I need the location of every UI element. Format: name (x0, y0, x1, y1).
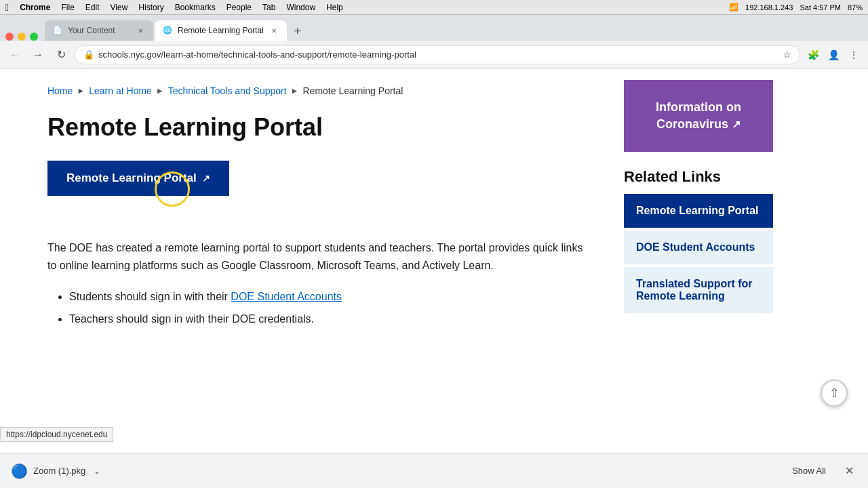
breadcrumb-home[interactable]: Home (47, 85, 73, 96)
bullet-1-text: Students should sign in with their (69, 291, 231, 302)
breadcrumb-sep-1: ► (77, 86, 85, 96)
star-icon[interactable]: ☆ (783, 49, 791, 60)
ip-address: 192.168.1.243 (745, 3, 793, 12)
tab-favicon-2: 🌐 (163, 26, 172, 35)
menu-window[interactable]: Window (286, 3, 315, 12)
extensions-icon[interactable]: 🧩 (804, 46, 822, 64)
toolbar: ← → ↻ 🔒 schools.nyc.gov/learn-at-home/te… (0, 41, 868, 69)
menu-chrome[interactable]: Chrome (20, 3, 50, 12)
tab-your-content[interactable]: 📄 Your Content ✕ (45, 20, 153, 41)
tab-close-2[interactable]: ✕ (269, 26, 279, 35)
bullet-item-2: Teachers should sign in with their DOE c… (69, 310, 583, 329)
tab-favicon-1: 📄 (53, 26, 62, 35)
bullet-list: Students should sign in with their DOE S… (69, 287, 583, 329)
info-box-coronavirus[interactable]: Information on Coronavirus ↗ (624, 80, 773, 152)
traffic-lights (5, 33, 38, 41)
breadcrumb: Home ► Learn at Home ► Technical Tools a… (47, 85, 583, 96)
menu-people[interactable]: People (226, 3, 252, 12)
menu-file[interactable]: File (61, 3, 74, 12)
tab-close-1[interactable]: ✕ (136, 26, 145, 35)
menu-edit[interactable]: Edit (85, 3, 100, 12)
back-button[interactable]: ← (5, 45, 24, 64)
related-links-section: Related Links Remote Learning Portal DOE… (624, 168, 773, 313)
profile-icon[interactable]: 👤 (825, 46, 842, 64)
doe-student-accounts-link[interactable]: DOE Student Accounts (231, 291, 342, 302)
chrome-window: 📄 Your Content ✕ 🌐 Remote Learning Porta… (0, 15, 868, 449)
portal-button[interactable]: Remote Learning Portal ↗ (47, 161, 229, 196)
toolbar-right: 🧩 👤 ⋮ (804, 46, 863, 64)
minimize-window-button[interactable] (18, 33, 26, 41)
bullet-item-1: Students should sign in with their DOE S… (69, 287, 583, 307)
tab-label-2: Remote Learning Portal (178, 26, 264, 35)
lock-icon: 🔒 (83, 49, 94, 60)
portal-button-label: Remote Learning Portal (66, 171, 197, 185)
clock: 87% (848, 3, 863, 12)
breadcrumb-technical-tools[interactable]: Technical Tools and Support (168, 85, 287, 96)
main-content: Home ► Learn at Home ► Technical Tools a… (0, 69, 610, 449)
menu-history[interactable]: History (138, 3, 163, 12)
external-link-icon: ↗ (202, 173, 210, 184)
breadcrumb-sep-2: ► (156, 86, 164, 96)
url-text: schools.nyc.gov/learn-at-home/technical-… (98, 49, 779, 60)
info-box-external-icon: ↗ (732, 119, 741, 130)
menu-bookmarks[interactable]: Bookmarks (175, 3, 216, 12)
menu-view[interactable]: View (111, 3, 128, 12)
close-window-button[interactable] (5, 33, 14, 41)
page-title: Remote Learning Portal (47, 113, 583, 142)
menu-icon[interactable]: ⋮ (845, 46, 863, 64)
tab-label-1: Your Content (68, 26, 115, 35)
apple-menu[interactable]:  (5, 2, 9, 13)
breadcrumb-learn-at-home[interactable]: Learn at Home (89, 85, 152, 96)
related-links-title: Related Links (624, 168, 773, 186)
info-box-text: Information on Coronavirus (656, 100, 741, 131)
related-link-doe-accounts[interactable]: DOE Student Accounts (624, 230, 773, 264)
menu-tab[interactable]: Tab (262, 3, 275, 12)
new-tab-button[interactable]: + (288, 22, 307, 41)
maximize-window-button[interactable] (30, 33, 38, 41)
refresh-button[interactable]: ↻ (52, 45, 71, 64)
menu-help[interactable]: Help (326, 3, 343, 12)
body-text: The DOE has created a remote learning po… (47, 239, 583, 274)
status-bar: https://idpcloud.nycenet.edu (0, 427, 113, 442)
tab-remote-learning[interactable]: 🌐 Remote Learning Portal ✕ (155, 20, 287, 41)
tab-bar: 📄 Your Content ✕ 🌐 Remote Learning Porta… (0, 15, 868, 41)
related-link-translated[interactable]: Translated Support for Remote Learning (624, 267, 773, 313)
page-wrapper: Home ► Learn at Home ► Technical Tools a… (0, 69, 868, 449)
address-bar[interactable]: 🔒 schools.nyc.gov/learn-at-home/technica… (75, 45, 800, 64)
battery-icon: Sat 4:57 PM (800, 3, 841, 12)
menu-bar:  Chrome File Edit View History Bookmark… (0, 0, 868, 15)
sidebar: Information on Coronavirus ↗ Related Lin… (610, 69, 787, 449)
forward-button[interactable]: → (28, 45, 47, 64)
breadcrumb-sep-3: ► (291, 86, 299, 96)
related-link-portal[interactable]: Remote Learning Portal (624, 194, 773, 228)
wifi-icon: 📶 (729, 3, 738, 12)
breadcrumb-current: Remote Learning Portal (303, 85, 403, 96)
scroll-top-button[interactable]: ⇧ (821, 380, 848, 407)
